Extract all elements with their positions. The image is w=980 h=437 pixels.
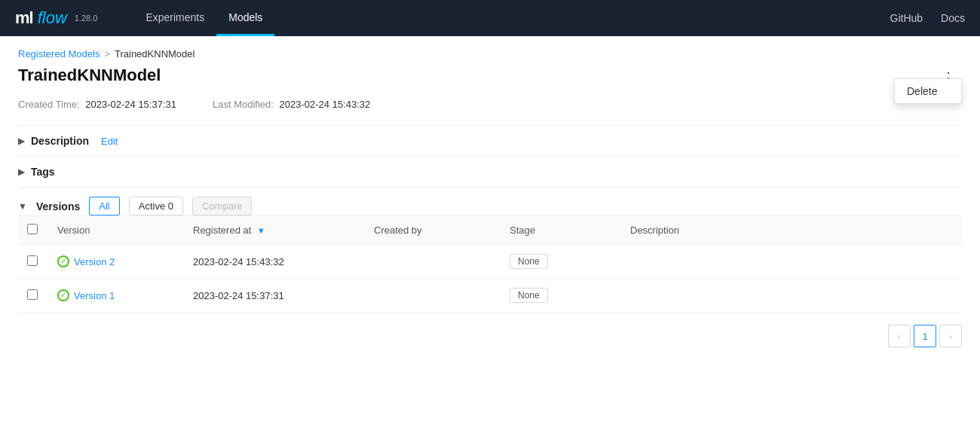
row-checkbox-0[interactable]	[27, 255, 38, 266]
stage-badge-1: None	[510, 288, 548, 303]
prev-page-button[interactable]: ‹	[888, 325, 911, 347]
navbar: mlflow 1.28.0 Experiments Models GitHub …	[0, 0, 980, 36]
github-link[interactable]: GitHub	[890, 12, 923, 24]
docs-link[interactable]: Docs	[941, 12, 965, 24]
logo-version: 1.28.0	[75, 14, 98, 23]
check-icon-0: ✓	[57, 255, 69, 267]
nav-models[interactable]: Models	[216, 1, 274, 36]
delete-option[interactable]: Delete	[895, 79, 961, 103]
tags-section: ▶ Tags	[18, 156, 962, 187]
pagination: ‹ 1 ›	[18, 313, 962, 353]
description-title: Description	[31, 135, 89, 147]
tags-toggle: ▶	[18, 167, 25, 177]
table-header-row: Version Registered at ▼ Created by Stage…	[18, 216, 962, 245]
select-all-header	[18, 216, 48, 245]
registered-at-header[interactable]: Registered at ▼	[184, 216, 365, 245]
current-page-button[interactable]: 1	[914, 325, 936, 347]
table-row: ✓ Version 2 2023-02-24 15:43:32 None	[18, 245, 962, 279]
logo: mlflow 1.28.0	[15, 8, 97, 28]
created-by-cell	[365, 279, 501, 313]
created-by-header: Created by	[365, 216, 501, 245]
version-cell: ✓ Version 2	[48, 245, 184, 279]
tab-active[interactable]: Active 0	[129, 197, 183, 215]
page-title: TrainedKNNModel	[18, 66, 161, 85]
description-section: ▶ Description Edit	[18, 125, 962, 156]
description-header-col: Description	[621, 216, 962, 245]
stage-cell: None	[501, 245, 621, 279]
version-header: Version	[48, 216, 184, 245]
nav-links: Experiments Models	[133, 1, 274, 36]
created-by-cell	[365, 245, 501, 279]
versions-title: Versions	[36, 200, 80, 212]
next-page-button[interactable]: ›	[939, 325, 962, 347]
logo-flow: flow	[38, 8, 67, 28]
description-toggle: ▶	[18, 136, 25, 146]
description-edit[interactable]: Edit	[101, 136, 118, 147]
tags-header[interactable]: ▶ Tags	[18, 166, 962, 178]
versions-section: ▼ Versions All Active 0 Compare Version …	[18, 187, 962, 313]
nav-right: GitHub Docs	[890, 12, 965, 24]
row-checkbox-cell	[18, 245, 48, 279]
check-icon-1: ✓	[57, 289, 69, 301]
stage-header: Stage	[501, 216, 621, 245]
modified-time: Last Modified: 2023-02-24 15:43:32	[213, 99, 370, 110]
tab-all[interactable]: All	[89, 197, 119, 215]
version-link-0[interactable]: ✓ Version 2	[57, 255, 175, 267]
page-header: TrainedKNNModel ⋮	[18, 66, 962, 90]
description-header[interactable]: ▶ Description Edit	[18, 135, 962, 147]
meta-row: Created Time: 2023-02-24 15:37:31 Last M…	[18, 99, 962, 110]
breadcrumb: Registered Models > TrainedKNNModel	[18, 48, 962, 60]
breadcrumb-current: TrainedKNNModel	[115, 48, 194, 60]
row-checkbox-1[interactable]	[27, 289, 38, 300]
row-checkbox-cell	[18, 279, 48, 313]
created-value: 2023-02-24 15:37:31	[85, 99, 176, 110]
versions-toggle[interactable]: ▼	[18, 201, 27, 212]
table-row: ✓ Version 1 2023-02-24 15:37:31 None	[18, 279, 962, 313]
version-label-1: Version 1	[74, 290, 115, 301]
created-label: Created Time:	[18, 99, 80, 110]
modified-label: Last Modified:	[213, 99, 274, 110]
version-link-1[interactable]: ✓ Version 1	[57, 289, 175, 301]
versions-header: ▼ Versions All Active 0 Compare	[18, 197, 962, 215]
stage-badge-0: None	[510, 254, 548, 269]
version-cell: ✓ Version 1	[48, 279, 184, 313]
dropdown-menu: Delete	[894, 78, 962, 104]
created-time: Created Time: 2023-02-24 15:37:31	[18, 99, 176, 110]
desc-cell	[621, 279, 962, 313]
compare-button[interactable]: Compare	[192, 197, 252, 215]
sort-arrow: ▼	[257, 226, 265, 235]
breadcrumb-parent[interactable]: Registered Models	[18, 48, 100, 60]
version-label-0: Version 2	[74, 256, 115, 267]
breadcrumb-sep: >	[104, 48, 110, 60]
stage-cell: None	[501, 279, 621, 313]
tags-title: Tags	[31, 166, 55, 178]
registered-at-cell: 2023-02-24 15:37:31	[184, 279, 365, 313]
desc-cell	[621, 245, 962, 279]
nav-experiments[interactable]: Experiments	[133, 1, 216, 36]
versions-table: Version Registered at ▼ Created by Stage…	[18, 215, 962, 313]
modified-value: 2023-02-24 15:43:32	[280, 99, 371, 110]
registered-at-cell: 2023-02-24 15:43:32	[184, 245, 365, 279]
main-content: Registered Models > TrainedKNNModel Trai…	[0, 36, 980, 365]
logo-ml: ml	[15, 8, 33, 28]
select-all-checkbox[interactable]	[27, 224, 38, 234]
